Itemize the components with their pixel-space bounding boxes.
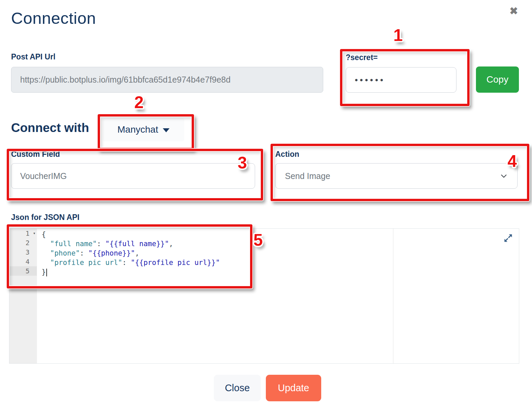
- custom-field-input[interactable]: [11, 163, 255, 189]
- gutter-line-number: 5: [9, 266, 37, 276]
- code-token-punct: :: [122, 259, 131, 267]
- code-token-key: "profile pic url": [50, 259, 122, 267]
- expand-fullscreen-icon[interactable]: [503, 233, 514, 243]
- close-icon[interactable]: ✖: [510, 6, 518, 16]
- code-token-punct: {: [42, 230, 46, 238]
- code-line[interactable]: {: [42, 230, 220, 239]
- gutter-line-number: 1▾: [9, 229, 37, 238]
- connect-with-label: Connect with: [11, 121, 89, 135]
- code-token-punct: }: [42, 268, 46, 276]
- connection-modal: Connection ✖ Post API Url ?secret= Copy …: [0, 0, 532, 407]
- fold-arrow-icon[interactable]: ▾: [33, 229, 36, 238]
- code-token-key: "phone": [50, 249, 80, 257]
- secret-label: ?secret=: [346, 53, 378, 62]
- chevron-down-icon: [500, 172, 508, 180]
- custom-field-label: Custom Field: [11, 150, 60, 159]
- action-label: Action: [275, 150, 299, 159]
- page-title: Connection: [11, 9, 96, 28]
- code-token-str: "{{phone}}": [88, 249, 135, 257]
- code-token-punct: :: [80, 249, 88, 257]
- post-api-url-label: Post API Url: [11, 52, 55, 61]
- code-token-key: "full name": [50, 240, 97, 248]
- copy-button[interactable]: Copy: [476, 66, 519, 93]
- caret-down-icon: [163, 128, 170, 132]
- code-token-punct: [42, 259, 50, 267]
- code-token-punct: :: [97, 240, 105, 248]
- json-api-label: Json for JSON API: [11, 213, 80, 222]
- json-editor-gutter: 1▾2345: [9, 229, 37, 363]
- json-editor-lines[interactable]: { "full name": "{{full name}}", "phone":…: [42, 230, 220, 277]
- code-line[interactable]: "phone": "{{phone}}",: [42, 248, 220, 258]
- annotation-number-1: 1: [393, 27, 403, 44]
- code-token-str: "{{profile pic url}}": [131, 259, 220, 267]
- code-token-punct: [42, 249, 50, 257]
- code-line[interactable]: "full name": "{{full name}}",: [42, 239, 220, 248]
- code-token-punct: [42, 240, 50, 248]
- json-editor[interactable]: 1▾2345 { "full name": "{{full name}}", "…: [9, 228, 519, 364]
- post-api-url-input[interactable]: [11, 67, 323, 93]
- text-cursor: [46, 269, 47, 276]
- gutter-line-number: 4: [9, 257, 37, 266]
- code-token-str: "{{full name}}": [105, 240, 169, 248]
- code-line[interactable]: }: [42, 267, 220, 277]
- update-button[interactable]: Update: [266, 375, 321, 401]
- connect-with-dropdown[interactable]: Manychat: [103, 118, 184, 141]
- annotation-number-2: 2: [134, 94, 144, 111]
- code-line[interactable]: "profile pic url": "{{profile pic url}}": [42, 258, 220, 267]
- code-token-punct: ,: [135, 249, 139, 257]
- secret-input[interactable]: [346, 67, 456, 93]
- editor-pane-divider: [393, 229, 393, 363]
- gutter-line-number: 3: [9, 247, 37, 257]
- gutter-line-number: 2: [9, 238, 37, 247]
- connect-with-dropdown-value: Manychat: [117, 124, 158, 135]
- code-token-punct: ,: [169, 240, 173, 248]
- close-button[interactable]: Close: [214, 375, 261, 401]
- action-select[interactable]: Send Image: [275, 163, 518, 189]
- action-select-value: Send Image: [285, 171, 330, 181]
